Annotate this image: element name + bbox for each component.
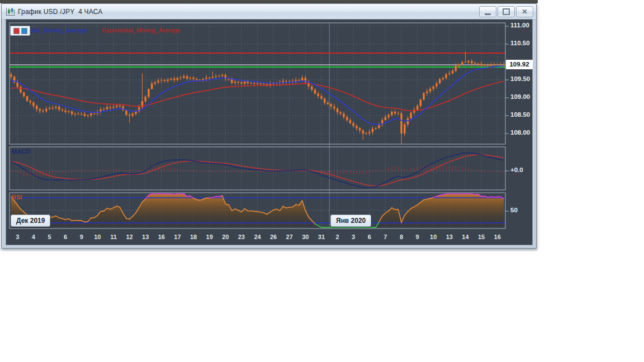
price-axis-label: 108.50 <box>510 111 536 118</box>
x-axis-label: 6 <box>362 234 377 240</box>
window-title: График USD /JPY 4 ЧАСА <box>18 8 103 16</box>
x-axis-label: 24 <box>250 234 265 240</box>
x-axis-label: 30 <box>298 234 312 240</box>
x-axis-label: 3 <box>10 234 25 240</box>
x-axis-label: 17 <box>170 234 184 240</box>
x-axis-label: 7 <box>378 234 392 240</box>
x-axis-label: 9 <box>74 234 89 240</box>
indicator-legend-swatches <box>10 26 30 36</box>
x-axis-label: 2 <box>330 234 345 240</box>
legend-ema-red-label: Exponential_Moving_Average <box>102 27 180 34</box>
window-titlebar[interactable]: График USD /JPY 4 ЧАСА ✕ <box>2 4 536 20</box>
minimize-button[interactable] <box>479 6 496 17</box>
macd-pane-label: MACD <box>12 148 30 155</box>
x-axis-label: 14 <box>458 234 472 240</box>
x-axis-label: 4 <box>26 234 41 240</box>
price-axis-label: 109.00 <box>510 93 536 100</box>
chart-canvas[interactable] <box>6 20 532 245</box>
close-icon: ✕ <box>522 8 527 15</box>
x-axis-label: 13 <box>442 234 457 240</box>
rsi-pane-label: RSI <box>12 194 22 201</box>
maximize-button[interactable] <box>498 6 515 17</box>
date-axis: 3456910111213161718192023242627303123678… <box>6 232 532 245</box>
price-axis-label: 109.50 <box>510 75 536 82</box>
x-axis-label: 5 <box>42 234 57 240</box>
x-axis-label: 31 <box>314 234 329 240</box>
blue-swatch-icon <box>21 28 27 34</box>
candlestick-chart-icon <box>6 7 16 16</box>
price-axis-label: 110.50 <box>510 40 536 46</box>
close-button[interactable]: ✕ <box>516 6 533 17</box>
x-axis-label: 26 <box>266 234 281 240</box>
x-axis-label: 16 <box>490 234 505 240</box>
price-axis-label: 108.00 <box>510 129 536 136</box>
x-axis-label: 3 <box>346 234 361 240</box>
month-label-january: Янв 2020 <box>330 215 371 227</box>
chart-client-area: Exponential_Moving_Average Exponential_M… <box>6 19 533 245</box>
red-swatch-icon <box>13 28 20 34</box>
x-axis-label: 19 <box>202 234 217 240</box>
x-axis-label: 16 <box>154 234 169 240</box>
macd-zero-label: +0.0 <box>510 166 536 173</box>
x-axis-label: 27 <box>282 234 297 240</box>
x-axis-label: 23 <box>234 234 249 240</box>
x-axis-label: 6 <box>58 234 73 240</box>
rsi-mid-label: 50 <box>510 207 536 213</box>
price-axis-label: 111.00 <box>510 22 536 28</box>
current-price-tag: 109.92 <box>506 60 533 69</box>
x-axis-label: 10 <box>90 234 105 240</box>
maximize-icon <box>503 8 510 15</box>
month-label-december: Дек 2019 <box>11 215 50 227</box>
x-axis-label: 13 <box>138 234 153 240</box>
x-axis-label: 9 <box>410 234 425 240</box>
x-axis-label: 11 <box>106 234 121 240</box>
minimize-icon <box>485 13 491 15</box>
x-axis-label: 10 <box>426 234 441 240</box>
x-axis-label: 20 <box>218 234 233 240</box>
x-axis-label: 18 <box>186 234 201 240</box>
x-axis-label: 8 <box>394 234 409 240</box>
x-axis-label: 12 <box>122 234 137 240</box>
chart-window: График USD /JPY 4 ЧАСА ✕ Exponential_Mov… <box>1 3 537 249</box>
x-axis-label: 15 <box>474 234 489 240</box>
